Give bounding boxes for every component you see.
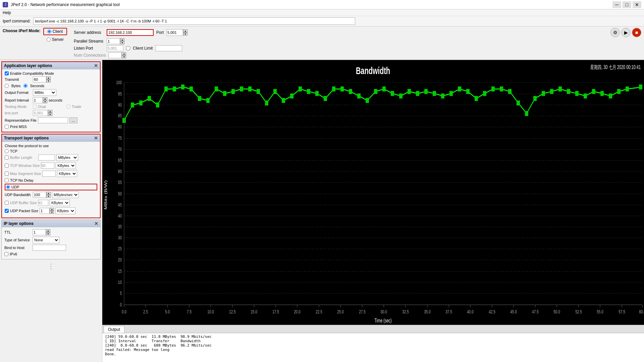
num-connections-spin[interactable]: ▲ ▼ [108,52,126,58]
seconds-radio[interactable] [23,84,28,88]
port-input[interactable] [166,29,183,36]
bytes-radio[interactable] [5,84,9,88]
print-mss-check[interactable] [5,125,9,129]
parallel-down[interactable]: ▼ [120,41,124,44]
test-port-up[interactable]: ▲ [48,110,52,113]
num-connections-input[interactable] [108,52,122,58]
buffer-length-check[interactable] [5,156,9,160]
num-conn-down[interactable]: ▼ [122,55,126,58]
rep-file-browse[interactable]: ... [69,117,77,123]
test-port-input[interactable] [33,110,48,116]
close-button[interactable]: ✕ [633,1,641,8]
menu-help[interactable]: Help [3,10,11,15]
trade-check[interactable] [66,105,70,109]
rep-file-input[interactable] [38,117,68,123]
svg-rect-119 [324,96,327,101]
max-segment-unit[interactable]: KBytesMBytesBytes [57,170,77,177]
restore-button[interactable]: □ [623,1,631,8]
output-tab[interactable]: Output [104,326,124,333]
report-interval-spin[interactable]: ▲ ▼ [33,97,47,103]
transmit-up[interactable]: ▲ [46,76,51,79]
udp-buffer-check[interactable] [5,201,9,205]
transport-layer-collapse[interactable]: ✕ [94,135,98,141]
report-interval-row: Report Interval ▲ ▼ seconds [5,97,97,103]
minimize-button[interactable]: ─ [612,1,621,8]
svg-rect-121 [340,86,344,92]
buffer-length-input[interactable] [38,155,55,161]
play-icon[interactable]: ▶ [621,28,631,37]
svg-text:52.5: 52.5 [575,309,582,314]
transport-layer-header[interactable]: Transport layer options ✕ [2,134,100,142]
titlebar-controls[interactable]: ─ □ ✕ [612,1,641,8]
svg-rect-104 [198,96,201,101]
server-addr-input[interactable] [107,29,154,36]
tcp-radio[interactable] [5,149,9,153]
ip-layer-header[interactable]: IP layer options ✕ [2,220,100,227]
bind-host-input[interactable] [33,245,66,251]
udp-buffer-input[interactable] [38,200,48,206]
udp-bandwidth-input[interactable] [33,192,46,198]
listen-port-input[interactable] [107,45,123,51]
ttl-down[interactable]: ▼ [46,232,50,235]
num-conn-up[interactable]: ▲ [122,52,126,55]
tcp-window-input[interactable] [41,163,54,169]
udp-pkt-up[interactable]: ▲ [50,208,54,211]
parallel-streams-input[interactable] [107,38,120,44]
no-delay-check[interactable] [5,178,9,182]
udp-buffer-unit[interactable]: KBytesMBytesBytes [50,199,70,206]
parallel-streams-label: Parallel Streams [74,39,104,44]
client-limit-check[interactable] [126,46,130,50]
test-port-down[interactable]: ▼ [48,113,52,116]
ip-layer-collapse[interactable]: ✕ [94,221,98,226]
udp-bandwidth-spin[interactable]: ▲ ▼ [33,192,51,198]
output-format-select[interactable]: MBits KBits Bytes KBytes [33,89,56,96]
client-limit-input[interactable] [155,45,182,51]
tcp-window-unit[interactable]: KBytesMBytesBytes [56,162,76,169]
udp-bw-up[interactable]: ▲ [46,192,51,195]
app-layer-collapse[interactable]: ✕ [94,63,98,68]
ttl-spin[interactable]: ▲ ▼ [33,229,50,235]
port-down[interactable]: ▼ [183,33,187,36]
client-mode-option[interactable]: Client [43,28,67,35]
enable-compat-check[interactable] [5,71,9,75]
ttl-input[interactable] [33,229,46,235]
udp-packet-unit[interactable]: KBytesMBytesBytes [55,207,75,214]
settings-icon[interactable]: ⚙ [610,28,620,37]
ttl-up[interactable]: ▲ [46,229,50,232]
tcp-window-check[interactable] [5,164,9,168]
app-layer-header[interactable]: Application layer options ✕ [2,62,100,69]
udp-packet-input[interactable] [40,208,50,214]
parallel-up[interactable]: ▲ [120,38,124,41]
udp-bw-down[interactable]: ▼ [46,195,51,198]
udp-radio[interactable] [6,185,10,189]
port-up[interactable]: ▲ [183,29,187,33]
stop-icon[interactable]: ■ [632,28,641,37]
transmit-down[interactable]: ▼ [46,79,51,82]
udp-pkt-down[interactable]: ▼ [50,211,54,214]
ipv6-check[interactable] [4,252,8,256]
print-mss-row: Print MSS [5,125,97,129]
udp-bandwidth-unit[interactable]: MBytes/secKBytes/secBytes/sec [52,191,79,198]
svg-text:65: 65 [118,158,122,163]
transport-layer-section: Transport layer options ✕ Choose the pro… [1,134,101,218]
parallel-streams-spin[interactable]: ▲ ▼ [107,38,124,44]
svg-rect-126 [382,86,386,92]
transmit-input[interactable] [33,76,46,82]
client-radio[interactable] [47,29,51,34]
port-spin[interactable]: ▲ ▼ [166,29,187,36]
report-interval-input[interactable] [33,97,43,103]
udp-packet-check[interactable] [5,209,9,213]
transmit-spin[interactable]: ▲ ▼ [33,76,51,82]
buffer-length-unit[interactable]: MBytesKBytesBytes [56,154,78,161]
max-segment-check[interactable] [5,172,9,176]
report-up[interactable]: ▲ [43,97,47,100]
svg-text:25.0: 25.0 [337,309,343,314]
report-down[interactable]: ▼ [43,100,47,103]
tos-select[interactable]: None Low Delay Throughput Reliability [33,237,59,243]
test-port-spin[interactable]: ▲ ▼ [33,110,52,116]
iperf-command-input[interactable] [33,17,355,25]
udp-packet-spin[interactable]: ▲ ▼ [40,208,54,214]
server-radio[interactable] [47,38,51,42]
dual-check[interactable] [33,105,37,109]
max-segment-input[interactable] [42,171,56,177]
